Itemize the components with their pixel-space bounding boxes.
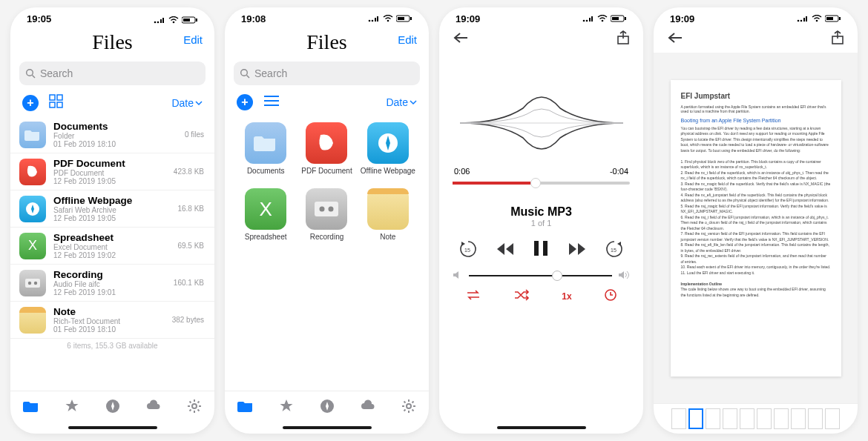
tab-cloud[interactable] [359, 397, 377, 418]
grid-view-button[interactable] [49, 94, 64, 112]
next-button[interactable] [568, 240, 587, 261]
track-index: 1 of 1 [439, 219, 643, 228]
svg-point-23 [372, 20, 374, 22]
sort-button[interactable]: Date [171, 97, 203, 109]
svg-marker-60 [578, 243, 585, 255]
page-thumb[interactable] [774, 408, 789, 429]
edit-button[interactable]: Edit [398, 33, 417, 46]
svg-point-39 [329, 207, 334, 212]
back-button[interactable] [667, 32, 683, 47]
svg-point-66 [798, 20, 800, 22]
svg-line-9 [33, 76, 36, 79]
battery-icon [396, 13, 412, 24]
tab-settings[interactable] [400, 397, 418, 418]
sleep-timer-button[interactable] [604, 288, 617, 304]
screen-player: 19:09 0:06 -0:04 Music MP3 1 of 1 15 15 [439, 7, 643, 434]
pdf-icon [306, 122, 347, 164]
pause-button[interactable] [533, 239, 549, 262]
svg-rect-28 [398, 17, 404, 20]
list-item[interactable]: Offline Webpage Safari Web Archive 12 Fe… [10, 190, 214, 228]
page-thumb[interactable] [671, 408, 686, 429]
wifi-icon [597, 13, 608, 24]
page-thumb[interactable] [791, 408, 806, 429]
svg-rect-13 [57, 102, 62, 107]
forward-15-button[interactable]: 15 [605, 239, 624, 262]
grid-item[interactable]: Recording [299, 188, 354, 241]
list-item[interactable]: Documents Folder 01 Feb 2019 18:10 0 fil… [10, 116, 214, 153]
add-button[interactable]: + [237, 94, 253, 110]
status-bar: 19:08 [225, 7, 429, 26]
tab-browse[interactable] [104, 397, 122, 418]
page-thumb[interactable] [757, 408, 772, 429]
note-icon [367, 188, 409, 230]
list-item[interactable]: X Spreadsheet Excel Document 12 Feb 2019… [10, 228, 214, 265]
tab-files[interactable] [22, 397, 40, 418]
clock: 19:08 [241, 13, 266, 24]
grid-item[interactable]: PDF Document [299, 122, 354, 175]
tab-settings[interactable] [185, 397, 203, 418]
progress-slider[interactable] [453, 182, 630, 185]
wifi-icon [168, 13, 179, 24]
search-input[interactable]: Search [19, 62, 206, 85]
tab-bar [225, 391, 429, 423]
page-thumb[interactable] [706, 408, 720, 429]
svg-rect-68 [803, 18, 805, 21]
svg-marker-61 [617, 242, 621, 246]
list-view-button[interactable] [263, 95, 280, 110]
svg-point-0 [154, 21, 157, 23]
doc-view[interactable]: EFI Jumpstart A partition formatted usin… [654, 53, 858, 403]
volume-slider[interactable] [469, 275, 612, 276]
page-thumb[interactable] [740, 408, 754, 429]
svg-point-42 [407, 404, 411, 408]
sort-button[interactable]: Date [386, 96, 417, 108]
chevron-down-icon [410, 99, 417, 106]
svg-rect-69 [806, 16, 807, 21]
svg-point-21 [192, 404, 197, 408]
status-icons [154, 13, 198, 24]
note-icon [19, 307, 46, 334]
svg-rect-49 [612, 17, 619, 20]
list-item[interactable]: PDF Document PDF Document 12 Feb 2019 19… [10, 153, 214, 190]
rewind-15-button[interactable]: 15 [458, 239, 478, 262]
svg-rect-58 [543, 241, 548, 256]
edit-button[interactable]: Edit [183, 33, 203, 46]
tab-favorites[interactable] [277, 397, 295, 418]
svg-point-70 [816, 20, 818, 22]
compass-icon [19, 196, 46, 222]
previous-button[interactable] [496, 240, 515, 261]
svg-point-4 [173, 21, 175, 23]
file-grid: Documents PDF Document Offline Webpage X… [225, 115, 429, 248]
grid-item[interactable]: XSpreadsheet [238, 188, 293, 241]
page-thumb[interactable] [723, 408, 737, 429]
grid-item[interactable]: Documents [238, 122, 293, 175]
grid-item[interactable]: Note [361, 188, 415, 241]
page-thumb[interactable] [688, 408, 703, 429]
home-indicator[interactable] [497, 426, 586, 429]
tab-browse[interactable] [318, 397, 336, 418]
elapsed-time: 0:06 [454, 167, 470, 176]
grid-item[interactable]: Offline Webpage [361, 122, 415, 175]
list-item[interactable]: Recording Audio File aifc 12 Feb 2019 19… [10, 265, 214, 302]
repeat-button[interactable] [465, 289, 481, 303]
share-button[interactable] [831, 30, 844, 48]
tab-cloud[interactable] [145, 397, 162, 418]
back-button[interactable] [453, 32, 469, 47]
tab-favorites[interactable] [63, 397, 81, 418]
add-button[interactable]: + [22, 95, 39, 111]
speed-button[interactable]: 1x [562, 291, 571, 302]
page-thumb[interactable] [808, 408, 823, 429]
home-indicator[interactable] [68, 426, 157, 429]
svg-point-1 [157, 21, 160, 23]
share-button[interactable] [617, 30, 630, 48]
home-indicator[interactable] [283, 426, 372, 429]
tab-files[interactable] [237, 397, 254, 418]
list-item[interactable]: Note Rich-Text Document 01 Feb 2019 18:1… [10, 302, 214, 339]
page-thumbnails [654, 403, 858, 434]
tab-bar [10, 391, 214, 423]
svg-rect-2 [160, 19, 162, 23]
svg-rect-11 [57, 95, 62, 100]
shuffle-button[interactable] [513, 289, 530, 303]
folder-icon [245, 122, 286, 164]
search-input[interactable]: Search [234, 62, 420, 85]
page-thumb[interactable] [825, 408, 840, 429]
